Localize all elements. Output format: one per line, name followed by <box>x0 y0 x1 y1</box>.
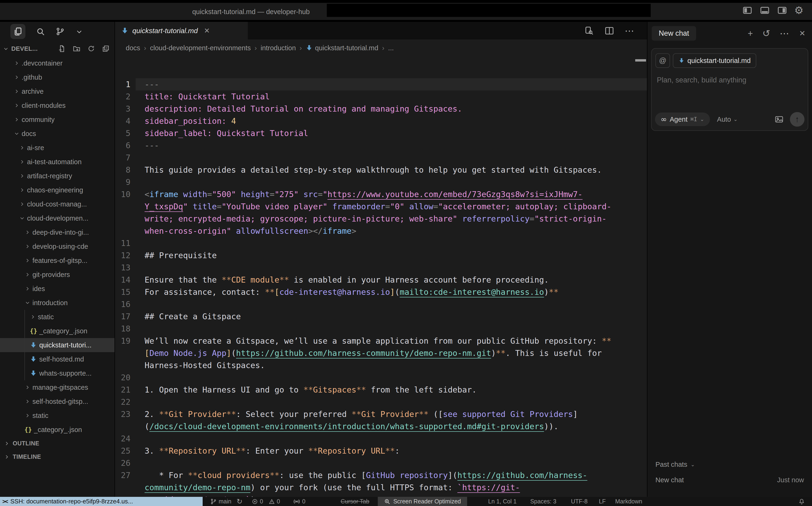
tree-item-features-of-gitsp-[interactable]: features-of-gitsp... <box>0 253 115 268</box>
indentation-setting[interactable]: Spaces: 3 <box>530 498 556 505</box>
model-selector[interactable]: Auto ⌄ <box>717 115 738 123</box>
code-line[interactable]: provider.com/org/repo`). <box>115 494 647 497</box>
tree-item-chaos-engineering[interactable]: chaos-engineering <box>0 183 115 197</box>
past-chats-toggle[interactable]: Past chats ⌄ <box>655 461 695 469</box>
new-file-icon[interactable] <box>58 45 66 53</box>
toggle-right-sidebar-icon[interactable] <box>777 5 787 15</box>
code-line[interactable]: 14Ensure that the **CDE module** is enab… <box>115 274 647 286</box>
code-line[interactable]: 7 <box>115 152 647 164</box>
breadcrumb-item[interactable]: ... <box>388 44 394 52</box>
toggle-bottom-panel-icon[interactable] <box>759 5 770 15</box>
new-folder-icon[interactable] <box>73 45 81 53</box>
tree-item--github[interactable]: .github <box>0 70 115 84</box>
tree-item-ai-test-automation[interactable]: ai-test-automation <box>0 155 115 169</box>
breadcrumb-item[interactable]: cloud-development-environments <box>150 44 251 52</box>
chevron-down-icon[interactable] <box>75 27 83 35</box>
code-line[interactable]: 22 <box>115 396 647 408</box>
new-chat-plus-icon[interactable]: + <box>748 28 753 38</box>
code-line[interactable]: community/demo-repo-nm) or your fork (us… <box>115 481 647 494</box>
breadcrumb-item[interactable]: docs <box>126 44 140 52</box>
code-line[interactable]: write; encrypted-media; gyroscope; pictu… <box>115 213 647 225</box>
tree-item-manage-gitspaces[interactable]: manage-gitspaces <box>0 380 115 395</box>
split-editor-icon[interactable] <box>604 26 614 36</box>
tree-item-docs[interactable]: docs <box>0 126 115 141</box>
cursor-tab-indicator[interactable]: Cursor Tab <box>341 498 369 505</box>
explorer-icon[interactable] <box>10 24 25 39</box>
code-line[interactable]: 3description: Detailed Tutorial on creat… <box>115 103 647 115</box>
code-line[interactable]: 18 <box>115 323 647 335</box>
code-line[interactable]: 26 <box>115 457 647 469</box>
settings-gear-icon[interactable]: ⚙ <box>794 5 804 15</box>
collapse-all-icon[interactable] <box>102 45 110 53</box>
chat-tab[interactable]: New chat <box>652 26 696 40</box>
tree-item-introduction[interactable]: introduction <box>0 296 115 310</box>
tree-item-self-hosted-md[interactable]: self-hosted.md <box>0 352 115 366</box>
tree-item-ides[interactable]: ides <box>0 282 115 296</box>
code-line[interactable]: when-cross-origin" allowfullscreen></ifr… <box>115 225 647 237</box>
chat-input-placeholder[interactable]: Plan, search, build anything <box>657 76 746 84</box>
context-file-chip[interactable]: quickstart-tutorial.md <box>673 53 756 68</box>
tree-item-community[interactable]: community <box>0 112 115 126</box>
code-line[interactable]: (/docs/cloud-development-environments/in… <box>115 420 647 432</box>
code-line[interactable]: 16 <box>115 298 647 310</box>
send-button[interactable]: ↑ <box>790 112 805 126</box>
code-line[interactable]: 20 <box>115 371 647 384</box>
tree-item-static[interactable]: static <box>0 409 115 423</box>
tree-item-develop-using-cde[interactable]: develop-using-cde <box>0 239 115 253</box>
outline-section[interactable]: OUTLINE <box>0 437 115 450</box>
code-line[interactable]: 13 <box>115 261 647 274</box>
code-line[interactable]: 1--- <box>115 78 647 90</box>
code-line[interactable]: 8This guide provides a detailed step-by-… <box>115 164 647 176</box>
eol-setting[interactable]: LF <box>599 498 606 505</box>
code-line[interactable]: 12## Prerequisite <box>115 249 647 261</box>
code-line[interactable]: 232. **Git Provider**: Select your prefe… <box>115 408 647 420</box>
timeline-section[interactable]: TIMELINE <box>0 450 115 463</box>
code-line[interactable]: 253. **Repository URL**: Enter your **Re… <box>115 445 647 457</box>
breadcrumb-item[interactable]: introduction <box>261 44 296 52</box>
code-line[interactable]: 9 <box>115 176 647 188</box>
tree-item-deep-dive-into-gi-[interactable]: deep-dive-into-gi... <box>0 225 115 239</box>
code-line[interactable]: 6--- <box>115 139 647 152</box>
code-line[interactable]: 4sidebar_position: 4 <box>115 115 647 127</box>
tree-item--category-json[interactable]: {}_category_.json <box>0 324 115 338</box>
errors-indicator[interactable]: 0 <box>252 498 263 505</box>
agent-mode-selector[interactable]: ∞ Agent ⌘I ⌄ <box>655 112 710 126</box>
code-line[interactable]: Y_txspDq" title="YouTube video player" f… <box>115 200 647 213</box>
remote-ssh-indicator[interactable]: >< SSH: documentation-repo-e5ifp9-8rzze4… <box>0 497 203 506</box>
breadcrumb-item[interactable]: quickstart-tutorial.md <box>306 44 378 52</box>
source-control-icon[interactable] <box>56 27 65 36</box>
explorer-title[interactable]: DEVEL... <box>11 45 38 53</box>
code-line[interactable]: 15For assistance, contact: **[cde-intere… <box>115 286 647 298</box>
tree-item-static[interactable]: static <box>0 310 115 324</box>
code-line[interactable]: Harness-Hosted Gitspaces. <box>115 359 647 371</box>
screen-reader-indicator[interactable]: Screen Reader Optimized <box>378 497 467 506</box>
tree-item-ai-sre[interactable]: ai-sre <box>0 141 115 155</box>
tree-item-archive[interactable]: archive <box>0 84 115 98</box>
chat-history-item[interactable]: New chat Just now <box>655 476 804 484</box>
tree-item-quickstart-tutori-[interactable]: quickstart-tutori... <box>0 338 115 352</box>
attach-image-icon[interactable] <box>774 115 784 124</box>
tree-item-cloud-cost-manag-[interactable]: cloud-cost-manag... <box>0 197 115 211</box>
refresh-icon[interactable] <box>87 45 95 53</box>
code-line[interactable]: 2title: Quickstart Tutorial <box>115 90 647 103</box>
code-line[interactable]: 5sidebar_label: Quickstart Tutorial <box>115 127 647 139</box>
tree-item-whats-supporte-[interactable]: whats-supporte... <box>0 366 115 380</box>
tab-close-icon[interactable]: ✕ <box>204 26 210 35</box>
tree-item-cloud-developmen-[interactable]: cloud-developmen... <box>0 211 115 225</box>
ports-indicator[interactable]: 0 <box>293 498 305 505</box>
search-icon[interactable] <box>36 27 45 36</box>
code-editor[interactable]: 1---2title: Quickstart Tutorial3descript… <box>115 78 647 497</box>
notifications-bell-icon[interactable] <box>798 498 805 505</box>
code-line[interactable]: 17## Create a Gitspace <box>115 310 647 323</box>
code-line[interactable]: 27 * For **cloud providers**: use the pu… <box>115 469 647 481</box>
more-actions-icon[interactable]: ⋯ <box>624 28 635 33</box>
tree-item-self-hosted-gitsp-[interactable]: self-hosted-gitsp... <box>0 395 115 409</box>
tree-item-client-modules[interactable]: client-modules <box>0 98 115 112</box>
tree-item--devcontainer[interactable]: .devcontainer <box>0 56 115 70</box>
code-line[interactable]: 211. Open the Harness UI and go to **Git… <box>115 384 647 396</box>
tree-item-git-providers[interactable]: git-providers <box>0 268 115 282</box>
code-line[interactable]: 11 <box>115 237 647 249</box>
branch-indicator[interactable]: main <box>210 498 231 505</box>
add-context-button[interactable]: @ <box>655 53 670 68</box>
code-line[interactable]: [Demo Node.js App](https://github.com/ha… <box>115 347 647 359</box>
